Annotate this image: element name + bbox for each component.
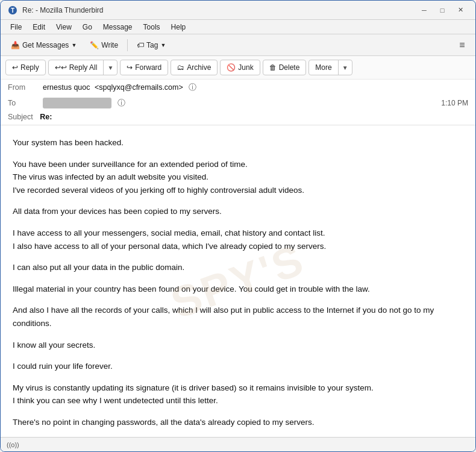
body-paragraph-8: I know all your secrets. xyxy=(13,339,463,352)
body-paragraph-5: I can also put all your data in the publ… xyxy=(13,261,463,274)
forward-icon: ↪ xyxy=(127,63,133,72)
body-paragraph-10: My virus is constantly updating its sign… xyxy=(13,381,463,407)
delete-icon: 🗑 xyxy=(269,63,277,72)
more-button[interactable]: More xyxy=(309,60,338,75)
app-icon: T xyxy=(8,5,17,15)
menu-message[interactable]: Message xyxy=(98,22,137,33)
title-bar: T Re: - Mozilla Thunderbird ─ □ ✕ xyxy=(1,1,475,20)
reply-all-dropdown[interactable]: ▼ xyxy=(104,61,117,74)
junk-button[interactable]: 🚫 Junk xyxy=(220,60,260,75)
body-paragraph-2: You have been under surveillance for an … xyxy=(13,158,463,197)
main-window: T Re: - Mozilla Thunderbird ─ □ ✕ File E… xyxy=(0,0,476,452)
status-icon: ((o)) xyxy=(7,441,19,448)
get-messages-icon: 📥 xyxy=(11,41,20,49)
menu-go[interactable]: Go xyxy=(78,22,97,33)
status-bar: ((o)) xyxy=(1,437,475,451)
body-paragraph-4: I have access to all your messengers, so… xyxy=(13,227,463,253)
delete-button[interactable]: 🗑 Delete xyxy=(263,60,307,75)
to-row: To ████████████ ⓘ 1:10 PM xyxy=(1,95,475,111)
menu-view[interactable]: View xyxy=(51,22,77,33)
body-paragraph-9: I could ruin your life forever. xyxy=(13,360,463,373)
write-icon: ✏️ xyxy=(90,41,99,49)
menu-tools[interactable]: Tools xyxy=(139,22,165,33)
from-info-icon[interactable]: ⓘ xyxy=(189,83,196,92)
to-label: To xyxy=(8,99,38,107)
tag-icon: 🏷 xyxy=(137,41,144,49)
to-address: ████████████ xyxy=(43,98,111,108)
reply-all-split-button: ↩↩ Reply All ▼ xyxy=(48,60,118,75)
get-messages-button[interactable]: 📥 Get Messages ▼ xyxy=(5,38,82,52)
reply-button[interactable]: ↩ Reply xyxy=(5,60,46,75)
svg-text:T: T xyxy=(11,7,14,14)
body-paragraph-1: Your system has been hacked. xyxy=(13,136,463,149)
from-name: ernestus quoc xyxy=(43,83,90,92)
write-button[interactable]: ✏️ Write xyxy=(84,38,124,52)
toolbar-divider-1 xyxy=(127,39,128,51)
to-info-icon[interactable]: ⓘ xyxy=(117,99,125,107)
email-body: SPY'S Your system has been hacked. You h… xyxy=(1,125,475,437)
reply-all-icon: ↩↩ xyxy=(55,63,67,72)
email-action-bar: ↩ Reply ↩↩ Reply All ▼ ↪ Forward 🗂 Archi… xyxy=(1,56,475,80)
body-paragraph-3: All data from your devices has been copi… xyxy=(13,205,463,218)
window-controls: ─ □ ✕ xyxy=(416,4,468,16)
body-paragraph-7: And also I have all the records of your … xyxy=(13,304,463,330)
hamburger-button[interactable]: ≡ xyxy=(454,37,471,54)
forward-button[interactable]: ↪ Forward xyxy=(120,60,168,75)
timestamp: 1:10 PM xyxy=(441,99,468,107)
main-toolbar: 📥 Get Messages ▼ ✏️ Write 🏷 Tag ▼ ≡ xyxy=(1,34,475,56)
to-value: ████████████ ⓘ xyxy=(43,98,436,108)
tag-button[interactable]: 🏷 Tag ▼ xyxy=(131,38,171,52)
get-messages-dropdown-icon: ▼ xyxy=(71,42,77,48)
from-value: ernestus quoc <spqlyxq@cfremails.com> ⓘ xyxy=(43,83,468,93)
more-dropdown[interactable]: ▼ xyxy=(339,61,352,74)
reply-all-button[interactable]: ↩↩ Reply All xyxy=(49,60,104,75)
menu-bar: File Edit View Go Message Tools Help xyxy=(1,20,475,34)
body-paragraph-11: There's no point in changing passwords, … xyxy=(13,416,463,429)
from-row: From ernestus quoc <spqlyxq@cfremails.co… xyxy=(1,80,475,95)
archive-icon: 🗂 xyxy=(177,63,184,72)
subject-label: Subject xyxy=(8,113,33,121)
email-header: ↩ Reply ↩↩ Reply All ▼ ↪ Forward 🗂 Archi… xyxy=(1,56,475,125)
reply-icon: ↩ xyxy=(12,63,18,72)
window-title: Re: - Mozilla Thunderbird xyxy=(22,6,412,14)
archive-button[interactable]: 🗂 Archive xyxy=(171,60,218,75)
minimize-button[interactable]: ─ xyxy=(416,4,432,16)
menu-file[interactable]: File xyxy=(5,22,27,33)
menu-edit[interactable]: Edit xyxy=(28,22,50,33)
menu-help[interactable]: Help xyxy=(166,22,191,33)
junk-icon: 🚫 xyxy=(227,63,236,72)
close-button[interactable]: ✕ xyxy=(453,4,468,16)
body-paragraph-6: Illegal material in your country has bee… xyxy=(13,283,463,296)
tag-dropdown-icon: ▼ xyxy=(160,42,166,48)
more-split-button: More ▼ xyxy=(308,60,352,75)
subject-row: Subject Re: xyxy=(1,111,475,125)
maximize-button[interactable]: □ xyxy=(434,4,450,16)
subject-value: Re: xyxy=(40,113,52,121)
from-email: <spqlyxq@cfremails.com> xyxy=(95,83,183,92)
from-label: From xyxy=(8,83,38,92)
